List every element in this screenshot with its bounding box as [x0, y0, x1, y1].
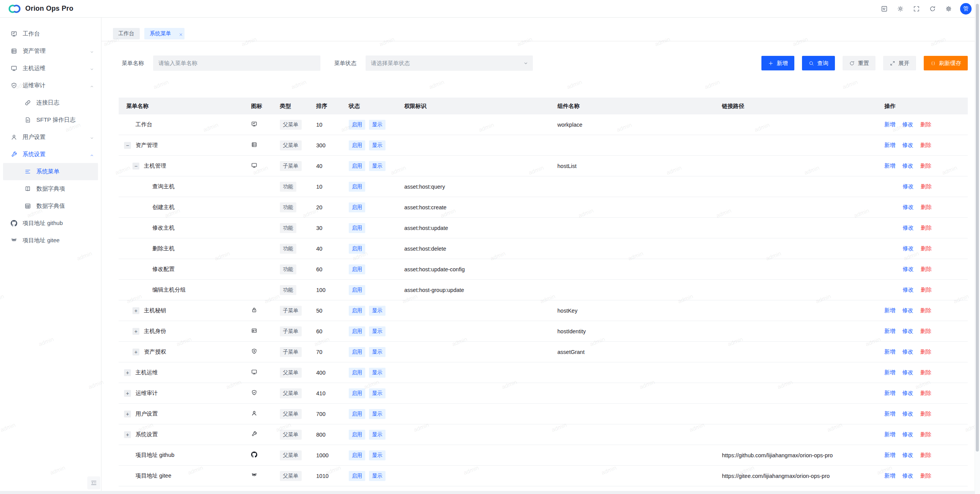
row-add-link[interactable]: 新增 [884, 307, 895, 314]
sidebar-item-dict-values[interactable]: 数据字典值 [3, 197, 98, 215]
row-edit-link[interactable]: 修改 [902, 121, 913, 128]
fullscreen-button[interactable] [910, 3, 923, 15]
status-tag: 启用 [349, 161, 365, 171]
row-delete-link[interactable]: 删除 [920, 390, 931, 397]
row-delete-link[interactable]: 删除 [921, 266, 932, 273]
sidebar-item-ops-audit[interactable]: 运维审计 [3, 77, 98, 94]
expand-row-button[interactable]: + [124, 369, 131, 376]
sidebar-item-system-menu[interactable]: 系统菜单 [3, 163, 98, 180]
tab-system-menu[interactable]: 系统菜单 [144, 28, 185, 39]
row-delete-link[interactable]: 删除 [920, 162, 931, 170]
row-add-link[interactable]: 新增 [884, 328, 895, 335]
row-add-link[interactable]: 新增 [884, 390, 895, 397]
row-add-link[interactable]: 新增 [884, 410, 895, 417]
expand-row-button[interactable]: + [132, 349, 139, 355]
row-add-link[interactable]: 新增 [884, 142, 895, 149]
actions-cell: 新增修改删除 [877, 328, 968, 335]
collapse-row-button[interactable]: − [132, 163, 139, 170]
table-row: 创建主机功能20启用asset:host:create修改删除 [119, 197, 968, 218]
sidebar-item-user-settings[interactable]: 用户设置 [3, 129, 98, 146]
row-edit-link[interactable]: 修改 [903, 266, 914, 273]
row-delete-link[interactable]: 删除 [920, 142, 931, 149]
row-edit-link[interactable]: 修改 [902, 348, 913, 355]
vertical-scrollbar[interactable] [975, 0, 980, 494]
row-add-link[interactable]: 新增 [884, 121, 895, 128]
row-edit-link[interactable]: 修改 [902, 390, 913, 397]
row-add-link[interactable]: 新增 [884, 348, 895, 355]
row-delete-link[interactable]: 删除 [920, 410, 931, 417]
sidebar-collapse-button[interactable] [87, 476, 100, 489]
code-preview-button[interactable] [878, 3, 890, 15]
sidebar-item-sftp-log[interactable]: SFTP 操作日志 [3, 111, 98, 129]
row-edit-link[interactable]: 修改 [903, 183, 914, 190]
row-add-link[interactable]: 新增 [884, 162, 895, 170]
row-edit-link[interactable]: 修改 [902, 410, 913, 417]
row-add-link[interactable]: 新增 [884, 472, 895, 479]
github-icon [251, 452, 257, 458]
expand-row-button[interactable]: + [124, 431, 131, 438]
row-edit-link[interactable]: 修改 [902, 472, 913, 479]
row-edit-link[interactable]: 修改 [902, 452, 913, 459]
row-delete-link[interactable]: 删除 [921, 245, 932, 252]
row-delete-link[interactable]: 删除 [920, 328, 931, 335]
row-add-link[interactable]: 新增 [884, 431, 895, 438]
row-add-link[interactable]: 新增 [884, 369, 895, 376]
settings-button[interactable] [942, 3, 955, 15]
row-delete-link[interactable]: 删除 [920, 452, 931, 459]
scrollbar-thumb[interactable] [976, 4, 979, 452]
row-delete-link[interactable]: 删除 [920, 348, 931, 355]
menu-status-select[interactable]: 请选择菜单状态 [366, 55, 533, 71]
menu-name-cell: 删除主机 [119, 245, 245, 252]
sidebar-item-dict-keys[interactable]: 数据字典项 [3, 180, 98, 197]
type-tag: 功能 [280, 244, 296, 254]
row-edit-link[interactable]: 修改 [903, 286, 914, 293]
query-button[interactable]: 查询 [802, 56, 835, 70]
sidebar-item-system-settings[interactable]: 系统设置 [3, 146, 98, 163]
expand-row-button[interactable]: + [124, 390, 131, 397]
expand-row-button[interactable]: + [132, 328, 139, 335]
row-add-link[interactable]: 新增 [884, 452, 895, 459]
reset-button[interactable]: 重置 [843, 56, 875, 70]
row-edit-link[interactable]: 修改 [903, 224, 914, 232]
tab-workbench[interactable]: 工作台 [113, 28, 140, 39]
button-label: 展开 [898, 60, 910, 67]
sidebar-item-workbench[interactable]: 工作台 [3, 25, 98, 42]
row-edit-link[interactable]: 修改 [902, 307, 913, 314]
row-delete-link[interactable]: 删除 [920, 369, 931, 376]
row-delete-link[interactable]: 删除 [921, 204, 932, 211]
sidebar-item-asset-management[interactable]: 资产管理 [3, 42, 98, 60]
row-delete-link[interactable]: 删除 [920, 307, 931, 314]
row-edit-link[interactable]: 修改 [902, 328, 913, 335]
row-edit-link[interactable]: 修改 [902, 162, 913, 170]
collapse-row-button[interactable]: − [124, 142, 131, 149]
theme-toggle-button[interactable] [894, 3, 906, 15]
row-delete-link[interactable]: 删除 [920, 472, 931, 479]
row-edit-link[interactable]: 修改 [902, 142, 913, 149]
menu-name-input[interactable] [153, 55, 320, 71]
status-tag: 显示 [369, 409, 385, 419]
row-delete-link[interactable]: 删除 [920, 121, 931, 128]
sidebar-item-github-link[interactable]: 项目地址 github [3, 215, 98, 232]
expand-button[interactable]: 展开 [883, 56, 916, 70]
expand-row-button[interactable]: + [124, 411, 131, 417]
row-edit-link[interactable]: 修改 [903, 245, 914, 252]
sidebar-item-host-ops[interactable]: 主机运维 [3, 60, 98, 77]
brand[interactable]: Orion Ops Pro [8, 3, 74, 14]
tab-close-button[interactable] [175, 32, 179, 36]
refresh-icon [929, 5, 936, 12]
row-edit-link[interactable]: 修改 [903, 204, 914, 211]
row-delete-link[interactable]: 删除 [921, 224, 932, 232]
row-edit-link[interactable]: 修改 [902, 369, 913, 376]
row-delete-link[interactable]: 删除 [920, 431, 931, 438]
user-avatar[interactable]: 管 [960, 3, 972, 15]
row-edit-link[interactable]: 修改 [902, 431, 913, 438]
row-delete-link[interactable]: 删除 [921, 183, 932, 190]
sidebar-item-gitee-link[interactable]: 项目地址 gitee [3, 232, 98, 249]
row-delete-link[interactable]: 删除 [921, 286, 932, 293]
expand-row-button[interactable]: + [132, 307, 139, 314]
reload-button[interactable] [926, 3, 939, 15]
sidebar-item-connect-log[interactable]: 连接日志 [3, 94, 98, 111]
add-button[interactable]: 新增 [761, 56, 794, 70]
type-tag: 子菜单 [280, 347, 302, 357]
refresh-cache-button[interactable]: 刷新缓存 [924, 56, 968, 70]
